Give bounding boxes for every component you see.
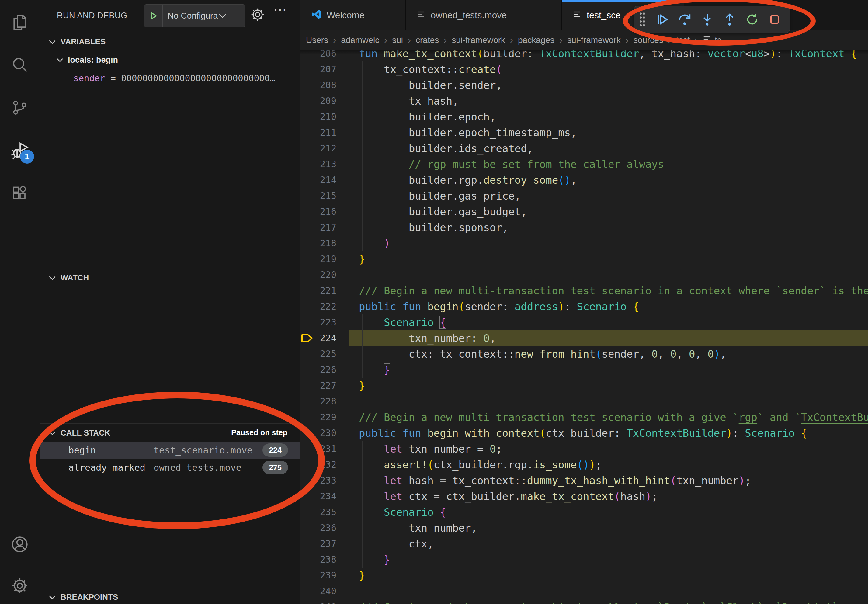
code-line-208: 208builder.sender,: [300, 77, 868, 93]
line-number[interactable]: 230: [300, 425, 336, 441]
step-over-button[interactable]: [673, 6, 696, 33]
debug-config-dropdown[interactable]: No Configura: [144, 4, 245, 27]
code-line-237: 237ctx,: [300, 536, 868, 552]
line-number[interactable]: 212: [300, 141, 336, 156]
line-number[interactable]: 225: [300, 346, 336, 362]
accounts-icon[interactable]: [0, 526, 40, 563]
continue-button[interactable]: [651, 6, 673, 33]
settings-gear-icon[interactable]: [0, 567, 40, 604]
breadcrumb-item[interactable]: crates: [416, 35, 439, 45]
line-number[interactable]: 235: [300, 504, 336, 520]
line-number[interactable]: 221: [300, 283, 336, 299]
code-line-232: 232assert!(ctx_builder.rgp.is_some());: [300, 457, 868, 472]
breadcrumb-separator: ›: [384, 35, 387, 45]
start-debug-icon[interactable]: [144, 11, 163, 21]
step-out-button[interactable]: [718, 6, 741, 33]
toolbar-drag-handle[interactable]: [634, 11, 651, 28]
step-into-button[interactable]: [696, 6, 718, 33]
call-stack-frame-begin[interactable]: begintest_scenario.move224: [40, 441, 299, 458]
code-text: builder.gas_budget,: [359, 204, 527, 220]
watch-section-header[interactable]: WATCH: [48, 273, 89, 283]
scope-label: locals: begin: [68, 55, 118, 65]
line-number[interactable]: 216: [300, 204, 336, 220]
code-line-218: 218): [300, 235, 868, 251]
source-control-icon[interactable]: [0, 90, 40, 126]
restart-button[interactable]: [741, 6, 763, 33]
line-number[interactable]: 215: [300, 188, 336, 204]
line-number[interactable]: 232: [300, 457, 336, 472]
breadcrumb-item-file[interactable]: te: [702, 35, 722, 46]
views-more-actions-icon[interactable]: ⋯: [273, 2, 287, 17]
breadcrumb-item[interactable]: adamwelc: [341, 35, 379, 45]
line-number[interactable]: 233: [300, 472, 336, 488]
line-number[interactable]: 217: [300, 220, 336, 235]
breadcrumb-item[interactable]: test: [676, 35, 690, 45]
code-text: Scenario {: [359, 314, 446, 330]
line-number[interactable]: 240: [300, 583, 336, 599]
tab-owned-tests-move[interactable]: owned_tests.move: [406, 0, 562, 30]
code-line-225: 225ctx: tx_context::new_from_hint(sender…: [300, 346, 868, 362]
breadcrumb-item[interactable]: sui-framework: [567, 35, 621, 45]
line-number[interactable]: 209: [300, 93, 336, 109]
code-line-223: 223Scenario {: [300, 314, 868, 330]
move-file-icon: [417, 10, 426, 21]
line-number[interactable]: 227: [300, 378, 336, 393]
line-number[interactable]: 231: [300, 441, 336, 457]
line-number[interactable]: 218: [300, 235, 336, 251]
code-line-234: 234let ctx = ctx_builder.make_tx_context…: [300, 488, 868, 504]
line-number[interactable]: 211: [300, 125, 336, 141]
breadcrumb-separator: ›: [668, 35, 671, 45]
line-number[interactable]: 214: [300, 172, 336, 188]
breadcrumb-separator: ›: [333, 35, 336, 45]
code-text: Scenario {: [359, 504, 446, 520]
line-number[interactable]: 224: [300, 330, 336, 346]
variables-section-header[interactable]: VARIABLES: [48, 37, 105, 46]
breadcrumb-item[interactable]: packages: [518, 35, 555, 45]
code-line-241: 241/// Creates and shares system objects…: [300, 599, 868, 604]
line-number[interactable]: 219: [300, 251, 336, 267]
code-text: ctx: tx_context::new_from_hint(sender, 0…: [359, 346, 726, 362]
line-number[interactable]: 220: [300, 267, 336, 283]
line-number[interactable]: 241: [300, 599, 336, 604]
line-number[interactable]: 226: [300, 362, 336, 378]
breadcrumb-separator: ›: [559, 35, 562, 45]
line-number[interactable]: 228: [300, 393, 336, 409]
call-stack-section-header[interactable]: CALL STACK: [48, 428, 110, 438]
variable-row[interactable]: sender = 0000000000000000000000000000…: [73, 73, 292, 83]
call-stack-frame-already_marked[interactable]: already_markedowned_tests.move275: [40, 459, 299, 476]
extensions-icon[interactable]: [0, 175, 40, 211]
config-dropdown-label: No Configura: [163, 11, 218, 21]
breadcrumb-item[interactable]: sources: [634, 35, 663, 45]
code-line-216: 216builder.gas_budget,: [300, 204, 868, 220]
breadcrumb-separator: ›: [626, 35, 629, 45]
debug-settings-gear-icon[interactable]: [250, 7, 265, 24]
line-number[interactable]: 222: [300, 299, 336, 314]
line-number[interactable]: 210: [300, 109, 336, 125]
line-number[interactable]: 239: [300, 567, 336, 583]
search-icon[interactable]: [0, 47, 40, 83]
line-number[interactable]: 234: [300, 488, 336, 504]
frame-file: owned_tests.move: [153, 462, 242, 473]
stop-button[interactable]: [763, 6, 786, 33]
line-number[interactable]: 237: [300, 536, 336, 552]
code-line-211: 211builder.epoch_timestamp_ms,: [300, 125, 868, 141]
run-and-debug-icon[interactable]: 1: [0, 132, 40, 169]
line-number[interactable]: 238: [300, 552, 336, 567]
sidebar-title: RUN AND DEBUG: [57, 11, 127, 20]
breadcrumb-item[interactable]: sui-framework: [452, 35, 505, 45]
line-number[interactable]: 207: [300, 62, 336, 77]
breakpoints-section-header[interactable]: BREAKPOINTS: [48, 592, 118, 602]
line-number[interactable]: 229: [300, 409, 336, 425]
move-file-icon: [573, 10, 582, 21]
tab-welcome[interactable]: Welcome: [300, 0, 406, 30]
breadcrumb-item[interactable]: Users: [306, 35, 328, 45]
line-number[interactable]: 208: [300, 77, 336, 93]
line-number[interactable]: 236: [300, 520, 336, 536]
code-line-239: 239}: [300, 567, 868, 583]
line-number[interactable]: 223: [300, 314, 336, 330]
explorer-icon[interactable]: [0, 4, 40, 41]
code-line-210: 210builder.epoch,: [300, 109, 868, 125]
line-number[interactable]: 213: [300, 156, 336, 172]
breadcrumb-item[interactable]: sui: [392, 35, 403, 45]
variables-scope-row[interactable]: locals: begin: [56, 55, 118, 65]
